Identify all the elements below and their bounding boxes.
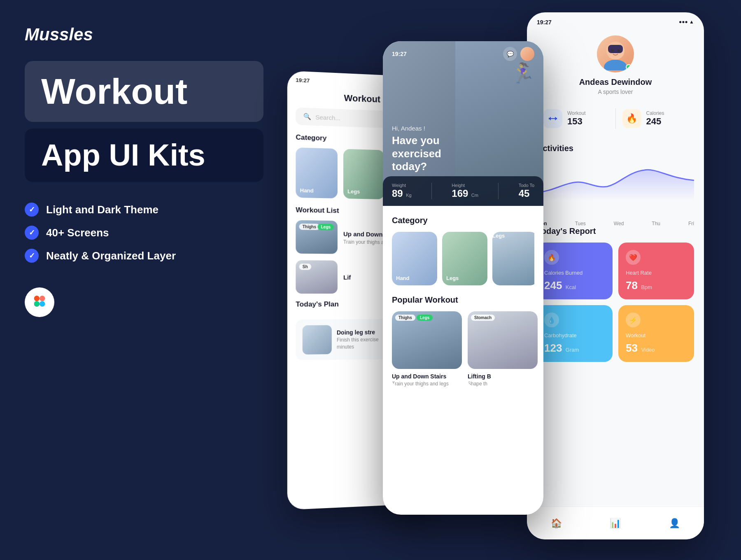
workout-thumb: Thighs Legs (296, 220, 338, 254)
phone2: 19:27 💬 🏃‍♀️ Hi, Andeas ! Have you exerc… (383, 41, 543, 515)
figma-icon (33, 296, 46, 309)
p2-hero: 19:27 💬 🏃‍♀️ Hi, Andeas ! Have you exerc… (383, 41, 543, 206)
p3-chart-days: Mon Tues Wed Thu Fri (527, 217, 704, 226)
p3-stats-row: Workout 153 🔥 Calories 245 (527, 103, 704, 144)
p2-popular-row: Thighs Legs Up and Down Stairs Train you… (392, 311, 534, 387)
carbs-value: 123 (544, 342, 562, 354)
dumbbell-icon (548, 114, 558, 124)
plan-subdesc: minutes (337, 344, 379, 350)
report-card-calories[interactable]: 🔥 Calories Burned 245 Kcal (537, 243, 613, 299)
heart-value-row: 78 Bpm (626, 279, 687, 292)
p2-workout-title1: Up and Down Stairs (392, 373, 462, 380)
tag-thighs: Thighs (299, 224, 320, 230)
p1-time: 19:27 (296, 77, 310, 84)
calories-value: 245 (544, 279, 562, 292)
svg-rect-15 (556, 118, 557, 119)
p2-cat-hand[interactable]: Hand (392, 232, 437, 285)
svg-rect-13 (551, 118, 555, 119)
plan-info: Doing leg stre Finish this exercise minu… (337, 329, 379, 350)
p3-profile-section: Andeas Dewindow A sports lover (527, 29, 704, 103)
weight-unit: Kg (406, 193, 411, 198)
svg-rect-8 (608, 45, 623, 53)
svg-point-6 (604, 60, 627, 70)
calories-value-row: 245 Kcal (544, 279, 605, 292)
svg-rect-1 (40, 296, 45, 301)
p3-report-title: Today's Report (537, 226, 694, 236)
plan-desc: Finish this exercise (337, 337, 379, 343)
calories-unit: Kcal (566, 284, 576, 290)
fire-stat-label: Calories (646, 110, 664, 116)
online-indicator (626, 64, 631, 70)
hero-person-figure: 🏃‍♀️ (510, 62, 535, 85)
weight-value: 89 (392, 188, 403, 199)
cat-card-hand[interactable]: Hand (296, 147, 338, 198)
cat-label-hand: Hand (300, 187, 314, 194)
avatar-small[interactable] (520, 47, 534, 61)
workout-info: Lif (343, 273, 351, 280)
day-wed: Wed (614, 221, 624, 226)
check-icon (25, 203, 39, 217)
p3-time: 19:27 (537, 19, 552, 26)
chat-icon[interactable]: 💬 (503, 47, 517, 61)
day-fri: Fri (688, 221, 694, 226)
carbs-unit: Gram (566, 347, 579, 353)
p3-workout-stat-text: Workout 153 (567, 110, 585, 127)
carbs-label: Carbohydrate (544, 332, 605, 338)
phone3: 19:27 ●●● ▲ Andeas Dewindow A sports lov… (527, 12, 704, 539)
p3-user-name: Andeas Dewindow (579, 77, 652, 87)
features-list: Light and Dark Theme 40+ Screens Neatly … (25, 203, 263, 263)
feature-text: 40+ Screens (46, 226, 109, 239)
p2-cat-legs1-label: Legs (446, 275, 459, 281)
workout-stat-icon (543, 109, 562, 128)
p2-body: Category Hand Legs Legs (383, 206, 543, 397)
report-card-carbs[interactable]: 💧 Carbohydrate 123 Gram (537, 305, 613, 362)
stat-weight: Weight 89 Kg (392, 183, 412, 199)
carbs-value-row: 123 Gram (544, 342, 605, 355)
p2-cat-legs1[interactable]: Legs (442, 232, 487, 285)
report-card-workout[interactable]: ⚡ Workout 53 Video (618, 305, 694, 362)
calories-label: Calories Burned (544, 270, 605, 276)
p3-report-grid: 🔥 Calories Burned 245 Kcal ❤️ Heart Rate… (537, 243, 694, 362)
cat-card-legs1[interactable]: Legs (343, 149, 384, 199)
report-card-heart[interactable]: ❤️ Heart Rate 78 Bpm (618, 243, 694, 299)
height-value: 169 (452, 188, 468, 199)
p3-status-bar: 19:27 ●●● ▲ (527, 12, 704, 29)
p2-workout-card2[interactable]: Stomach Lifting B Shape th (468, 311, 538, 387)
activity-chart (537, 160, 694, 201)
stat-height: Height 169 Cm (452, 183, 478, 199)
feature-item: Neatly & Organized Layer (25, 249, 263, 263)
feature-item: Light and Dark Theme (25, 203, 263, 217)
greeting-text: Hi, Andeas ! (392, 125, 466, 132)
svg-rect-0 (34, 296, 40, 301)
p2-workout-title2: Lifting B (468, 373, 538, 380)
p2-workout-card1[interactable]: Thighs Legs Up and Down Stairs Train you… (392, 311, 462, 387)
p3-bottom-nav: 🏠 📊 👤 (527, 506, 704, 539)
profile-nav-icon[interactable]: 👤 (669, 518, 680, 529)
svg-rect-14 (555, 117, 556, 120)
svg-point-9 (611, 49, 613, 52)
p2-hero-text: Hi, Andeas ! Have you exercised today? (392, 125, 466, 173)
headline1: Workout (41, 73, 247, 110)
p3-user-subtitle: A sports lover (598, 89, 633, 95)
p2-cat-legs2[interactable]: Legs (492, 232, 534, 285)
headline2: App UI Kits (41, 140, 247, 170)
p2-workout-info1: Up and Down Stairs Train your thighs and… (392, 369, 462, 387)
feature-text: Light and Dark Theme (46, 203, 158, 216)
search-placeholder: Search... (315, 113, 340, 121)
question-text: Have you exercised today? (392, 134, 466, 173)
svg-rect-4 (34, 301, 40, 306)
p2-workout-info2: Lifting B Shape th (468, 369, 538, 387)
carbs-icon: 💧 (544, 313, 559, 327)
p3-activities-title: Activities (527, 144, 704, 160)
plan-title: Doing leg stre (337, 329, 379, 336)
stats-nav-icon[interactable]: 📊 (610, 518, 621, 529)
phones-container: 19:27 ▮▮▮ ● ■ Workout 🔍 Search... Catego… (255, 0, 741, 560)
home-nav-icon[interactable]: 🏠 (551, 518, 562, 529)
figma-logo[interactable] (25, 287, 54, 317)
workout-unit: Video (641, 347, 655, 353)
heart-value: 78 (626, 279, 638, 292)
check-icon (25, 249, 39, 263)
p2-stats-bar: Weight 89 Kg Height 169 Cm Todo To (383, 176, 543, 206)
workout-stat-label: Workout (567, 110, 585, 116)
plan-thumb (303, 325, 332, 355)
